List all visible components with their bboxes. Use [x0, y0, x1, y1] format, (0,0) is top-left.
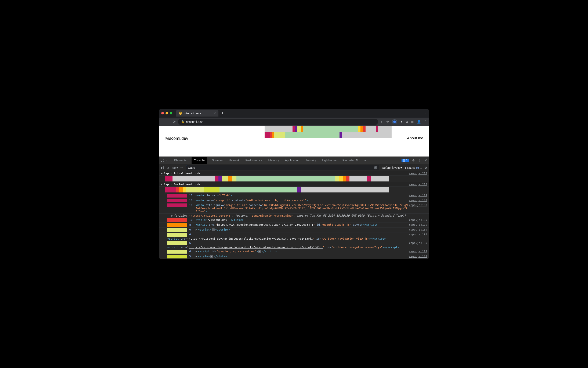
console-entry[interactable]: 11<meta charset="UTF-8">capo.js:189	[159, 193, 429, 198]
weight-value: 6	[189, 233, 196, 236]
code-snippet: <script src="https://www.googletagmanage…	[196, 223, 409, 226]
weight-value: 6	[189, 241, 196, 245]
weight-value: 6	[189, 250, 196, 253]
weight-swatch	[167, 250, 187, 254]
bookmark-icon[interactable]: ☆	[386, 120, 389, 124]
media-icon[interactable]: ♫	[406, 120, 408, 123]
console-entry[interactable]: 10<title>rviscomi.dev –</title>capo.js:1…	[159, 218, 429, 223]
code-snippet: <meta charset="UTF-8">	[196, 194, 409, 197]
live-expression-icon[interactable]: 👁	[180, 166, 183, 169]
clear-filter-icon[interactable]: ✕	[374, 166, 377, 169]
devtools-panel: ⛶ ▭ Elements Console Sources Network Per…	[159, 156, 429, 259]
source-link[interactable]: capo.js:189	[409, 223, 427, 226]
source-link[interactable]: capo.js:189	[409, 241, 427, 245]
back-button[interactable]: ←	[161, 120, 164, 124]
source-link[interactable]: capo.js:228	[409, 183, 427, 186]
tabs-overflow-icon[interactable]: »	[363, 157, 367, 164]
console-entry-detail[interactable]: ▶{origin: 'https://rviscomi.dev:443', fe…	[159, 214, 429, 218]
code-snippet: <script src="https://rviscomi.dev/wp-inc…	[167, 237, 386, 240]
console-group-actual[interactable]: ▶ Capo: Actual head order capo.js:228	[159, 171, 429, 175]
nav-about-link[interactable]: About me	[407, 126, 423, 140]
console-entry[interactable]: 11<meta http-equiv="origin-trial" conten…	[159, 203, 429, 214]
capo-bar-actual	[265, 126, 392, 132]
issues-indicator[interactable]: 1 Issue: ▤ 1	[405, 166, 422, 169]
console-entry[interactable]: 11<meta name="viewport" content="width=d…	[159, 198, 429, 203]
console-entry[interactable]: 6▶<script>⋯</script>capo.js:189	[159, 228, 429, 232]
console-output: ▶ Capo: Actual head order capo.js:228 ▼ …	[159, 171, 429, 259]
console-entry[interactable]: 8<script src="https://www.googletagmanag…	[159, 223, 429, 228]
settings-icon[interactable]: ⚙	[412, 159, 415, 162]
tab-lighthouse[interactable]: Lighthouse	[321, 157, 337, 164]
profile-icon[interactable]: 👤	[417, 120, 421, 124]
forward-button[interactable]: →	[167, 120, 170, 124]
tab-security[interactable]: Security	[304, 157, 317, 164]
page-content: rviscomi.dev About me	[159, 126, 429, 156]
expand-icon[interactable]: ▼	[161, 183, 164, 186]
weight-value: 11	[189, 194, 196, 197]
weight-swatch	[167, 241, 187, 245]
console-filter-input[interactable]: Capo ✕	[186, 165, 379, 170]
warnings-badge[interactable]: ▤ 1	[401, 159, 409, 162]
maximize-window-button[interactable]	[170, 112, 172, 114]
tab-memory[interactable]: Memory	[267, 157, 280, 164]
tab-performance[interactable]: Performance	[245, 157, 263, 164]
source-link[interactable]: capo.js:189	[409, 203, 427, 207]
site-title[interactable]: rviscomi.dev	[165, 126, 188, 141]
capo-bar-actual-console	[165, 176, 389, 182]
source-link[interactable]: capo.js:189	[409, 228, 427, 231]
tab-network[interactable]: Network	[228, 157, 240, 164]
source-link[interactable]: capo.js:189	[409, 255, 427, 258]
tabs-dropdown-icon[interactable]: ⌄	[424, 111, 427, 115]
menu-icon[interactable]: ⋮	[424, 120, 427, 124]
context-selector[interactable]: top▾	[172, 166, 178, 169]
weight-swatch	[167, 233, 187, 237]
tab-recorder[interactable]: Recorder ⚗	[342, 157, 359, 164]
console-entry[interactable]: 5▶<style>⋯</style>capo.js:189	[159, 254, 429, 259]
console-group-sorted[interactable]: ▼ Capo: Sorted head order capo.js:228	[159, 182, 429, 186]
tab-title: rviscomi.dev -	[184, 112, 201, 115]
browser-tab[interactable]: 🤓 rviscomi.dev - ✕	[176, 110, 218, 117]
weight-swatch	[167, 203, 187, 207]
new-tab-button[interactable]: +	[220, 111, 225, 115]
extensions-icon[interactable]: ✦	[400, 120, 403, 124]
more-icon[interactable]: ⋮	[418, 159, 421, 162]
inspect-icon[interactable]: ⛶	[161, 159, 164, 162]
extension-badge[interactable]	[392, 119, 397, 124]
close-tab-icon[interactable]: ✕	[213, 111, 216, 115]
reload-button[interactable]: ⟳	[173, 120, 175, 124]
clear-console-icon[interactable]: ⊘	[167, 166, 169, 169]
code-snippet: <script src="https://rviscomi.dev/wp-inc…	[167, 246, 399, 249]
source-link[interactable]: capo.js:189	[409, 194, 427, 197]
code-snippet: ▶<style>⋯</style>	[196, 255, 409, 258]
weight-value: 11	[189, 199, 196, 202]
sidepanel-icon[interactable]: ◫	[411, 120, 414, 124]
capo-top-visualization	[265, 126, 392, 138]
console-settings-icon[interactable]: ⚙	[424, 166, 427, 169]
weight-value: 6	[189, 228, 196, 231]
source-link[interactable]: capo.js:228	[409, 172, 427, 175]
devtools-tabs: ⛶ ▭ Elements Console Sources Network Per…	[159, 156, 429, 164]
console-entry[interactable]: 6capo.js:189<script src="https://rviscom…	[159, 241, 429, 249]
source-link[interactable]: capo.js:189	[409, 218, 427, 221]
tab-bar: 🤓 rviscomi.dev - ✕ + ⌄	[159, 109, 429, 117]
close-devtools-icon[interactable]: ✕	[425, 159, 427, 162]
collapse-icon[interactable]: ▶	[161, 172, 164, 175]
device-toggle-icon[interactable]: ▭	[166, 159, 169, 162]
url-input[interactable]: 🔒 rviscomi.dev	[178, 119, 378, 125]
console-entry[interactable]: 6capo.js:189<script src="https://rviscom…	[159, 232, 429, 241]
tab-favicon: 🤓	[179, 111, 182, 115]
log-levels-dropdown[interactable]: Default levels▾	[382, 166, 402, 169]
source-link[interactable]: capo.js:189	[409, 199, 427, 202]
tab-console[interactable]: Console	[191, 157, 207, 164]
toggle-sidebar-icon[interactable]: ▶|	[161, 166, 164, 169]
minimize-window-button[interactable]	[166, 112, 168, 114]
tab-application[interactable]: Application	[284, 157, 300, 164]
source-link[interactable]: capo.js:189	[409, 233, 427, 236]
close-window-button[interactable]	[161, 112, 164, 114]
source-link[interactable]: capo.js:189	[409, 250, 427, 253]
message-icon: ▤	[403, 159, 405, 162]
share-icon[interactable]: ⇪	[380, 120, 383, 124]
console-entry[interactable]: 6▶<script id="google_gtagjs-js-after">⋯<…	[159, 249, 429, 254]
tab-sources[interactable]: Sources	[211, 157, 224, 164]
tab-elements[interactable]: Elements	[173, 157, 187, 164]
